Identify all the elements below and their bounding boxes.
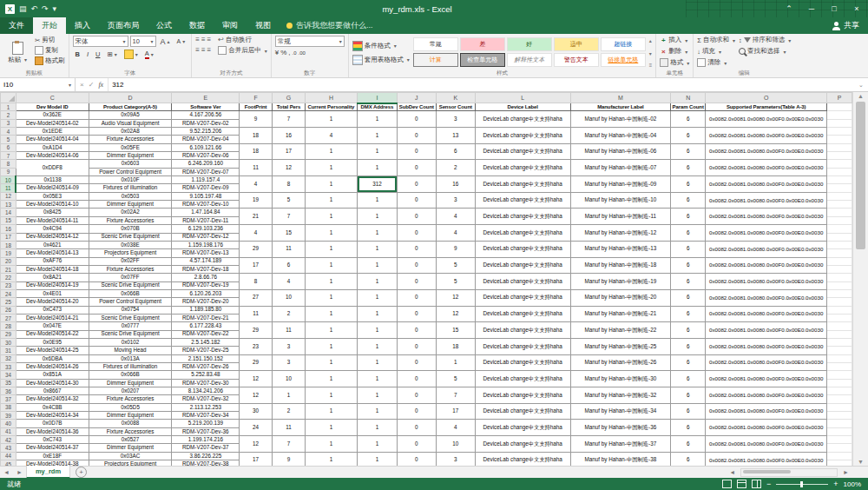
number-group-label[interactable]: 数字 bbox=[272, 70, 348, 77]
cell[interactable]: RDM-V207-Dev-07 bbox=[172, 168, 240, 175]
cell[interactable]: RDM-V207-Dev-19 bbox=[172, 281, 240, 289]
cell[interactable]: 2.151.150.152 bbox=[172, 354, 240, 362]
cell[interactable]: 29 bbox=[240, 241, 273, 257]
selected-cell[interactable]: 312 bbox=[357, 176, 397, 193]
cell[interactable] bbox=[827, 298, 852, 306]
cell[interactable] bbox=[827, 412, 852, 420]
cell[interactable]: 0 bbox=[397, 209, 436, 225]
cell[interactable]: 0x0082.0x0081.0x0080.0x00F0.0x00E0.0x003… bbox=[706, 241, 827, 257]
row-header-20[interactable]: 20 bbox=[1, 257, 16, 265]
cell[interactable]: 0x0082.0x0081.0x0080.0x00F0.0x00E0.0x003… bbox=[706, 111, 827, 128]
cell[interactable]: 17 bbox=[240, 452, 273, 466]
row-header-4[interactable]: 4 bbox=[1, 128, 16, 136]
sheet-next-icon[interactable]: ► bbox=[13, 469, 26, 475]
cell[interactable] bbox=[827, 143, 852, 151]
row-header-8[interactable]: 8 bbox=[1, 160, 16, 168]
horizontal-scroll-thumb[interactable] bbox=[743, 470, 791, 473]
cell[interactable]: 0x0082.0x0081.0x0080.0x00F0.0x00E0.0x003… bbox=[706, 354, 827, 371]
close-button[interactable]: × bbox=[845, 0, 868, 17]
cell[interactable]: DeviceLab change中文支持haha bbox=[475, 111, 570, 128]
styles-group-label[interactable]: 样式 bbox=[349, 70, 656, 77]
cell[interactable]: 16 bbox=[273, 128, 306, 144]
cell[interactable]: 1 bbox=[357, 225, 397, 242]
cell[interactable] bbox=[827, 168, 852, 175]
cell[interactable]: Dev-Model240514-25 bbox=[16, 347, 89, 354]
cell[interactable]: 2 bbox=[273, 306, 306, 322]
cell[interactable]: 12 bbox=[436, 306, 475, 322]
row-header-30[interactable]: 30 bbox=[1, 338, 16, 346]
cell[interactable]: 0 bbox=[397, 160, 436, 176]
cell[interactable]: 0 bbox=[397, 225, 436, 242]
scroll-up-icon[interactable]: ▲ bbox=[858, 92, 864, 100]
cell[interactable]: Manuf by Hahan-中国制造-06 bbox=[570, 143, 671, 160]
sheet-tab-my-rdm[interactable]: my_rdm bbox=[26, 466, 70, 479]
row-header-14[interactable]: 14 bbox=[1, 209, 16, 216]
row-header-26[interactable]: 26 bbox=[1, 306, 16, 314]
cell[interactable]: 0 bbox=[397, 111, 436, 128]
zoom-slider[interactable] bbox=[776, 484, 828, 485]
cell[interactable]: 1 bbox=[357, 128, 397, 144]
cell[interactable]: RDM-V207-Dev-04 bbox=[172, 136, 240, 143]
row-header-34[interactable]: 34 bbox=[1, 371, 16, 379]
cell[interactable]: 0xE18F bbox=[16, 452, 89, 460]
cell[interactable] bbox=[827, 379, 852, 387]
cell[interactable]: 0 bbox=[397, 452, 436, 466]
normal-view-icon[interactable] bbox=[722, 480, 732, 488]
cell[interactable]: 1 bbox=[305, 225, 357, 242]
cell[interactable]: 11 bbox=[273, 322, 306, 339]
cell[interactable]: 1 bbox=[305, 420, 357, 436]
tab-开始[interactable]: 开始 bbox=[33, 17, 66, 34]
cell[interactable]: 4.167.206.56 bbox=[172, 111, 240, 119]
cell[interactable]: 0 bbox=[397, 436, 436, 453]
cell[interactable] bbox=[827, 281, 852, 289]
cell[interactable]: 0x0603 bbox=[89, 160, 172, 168]
cell[interactable]: 1.159.198.176 bbox=[172, 241, 240, 248]
cell[interactable]: 0 bbox=[397, 274, 436, 290]
cell[interactable]: 1 bbox=[305, 306, 357, 322]
cell[interactable]: DeviceLab change中文支持haha bbox=[475, 387, 570, 404]
wrap-text-button[interactable]: ↩自动换行 bbox=[218, 36, 252, 44]
cell[interactable]: Fixture Accessories bbox=[89, 395, 172, 403]
cell[interactable]: RDM-V207-Dev-10 bbox=[172, 201, 240, 209]
cell[interactable]: 5 bbox=[436, 257, 475, 274]
cell[interactable]: 1 bbox=[305, 274, 357, 290]
row-header-2[interactable]: 2 bbox=[1, 111, 16, 119]
cell[interactable]: 6.109.121.66 bbox=[172, 143, 240, 151]
cell[interactable]: 0x4C94 bbox=[16, 225, 89, 233]
cell[interactable]: Manuf by Hahan-中国制造-38 bbox=[570, 452, 671, 466]
cell[interactable]: DeviceLab change中文支持haha bbox=[475, 338, 570, 354]
bold-button[interactable]: B bbox=[73, 49, 82, 60]
cell[interactable]: 29 bbox=[240, 354, 273, 371]
column-header-O[interactable]: O bbox=[706, 93, 827, 103]
cell[interactable]: 1 bbox=[305, 192, 357, 209]
cell[interactable]: 1 bbox=[436, 354, 475, 371]
cell[interactable]: 10 bbox=[436, 436, 475, 453]
cell[interactable]: RDM-V207-Dev-09 bbox=[172, 184, 240, 192]
cell[interactable] bbox=[827, 347, 852, 354]
cell[interactable]: DeviceLab change中文支持haha bbox=[475, 143, 570, 160]
row-header-9[interactable]: 9 bbox=[1, 168, 16, 175]
cell[interactable] bbox=[827, 216, 852, 224]
cell[interactable]: DeviceLab change中文支持haha bbox=[475, 436, 570, 453]
cell[interactable]: DeviceLab change中文支持haha bbox=[475, 225, 570, 242]
cell[interactable]: Manuf by Hahan-中国制造-18 bbox=[570, 257, 671, 274]
cell[interactable]: 6 bbox=[671, 387, 706, 404]
cell[interactable]: Dev-Model240514-30 bbox=[16, 379, 89, 387]
cell[interactable]: Fixtures of illumination bbox=[89, 363, 172, 371]
cell[interactable]: Manuf by Hahan-中国制造-07 bbox=[570, 160, 671, 176]
cell[interactable]: 18 bbox=[436, 338, 475, 354]
vertical-scroll-thumb[interactable] bbox=[856, 102, 865, 249]
font-family-combo[interactable]: 宋体▾ bbox=[73, 36, 128, 47]
cell[interactable]: 3 bbox=[273, 354, 306, 371]
cell[interactable]: 0x09A5 bbox=[89, 111, 172, 119]
cell[interactable]: 1 bbox=[305, 111, 357, 128]
cell[interactable]: 7 bbox=[273, 209, 306, 225]
select-all-button[interactable] bbox=[1, 93, 16, 103]
row-header-39[interactable]: 39 bbox=[1, 412, 16, 420]
cell[interactable]: 0x0082.0x0081.0x0080.0x00F0.0x00E0.0x003… bbox=[706, 160, 827, 176]
row-header-37[interactable]: 37 bbox=[1, 395, 16, 403]
cell[interactable]: 0x8667 bbox=[16, 387, 89, 395]
gallery-more-icon[interactable]: ≡ bbox=[649, 63, 653, 68]
cell[interactable]: Manuf by Hahan-中国制造-21 bbox=[570, 306, 671, 322]
cell[interactable]: Manuf by Hahan-中国制造-25 bbox=[570, 338, 671, 354]
